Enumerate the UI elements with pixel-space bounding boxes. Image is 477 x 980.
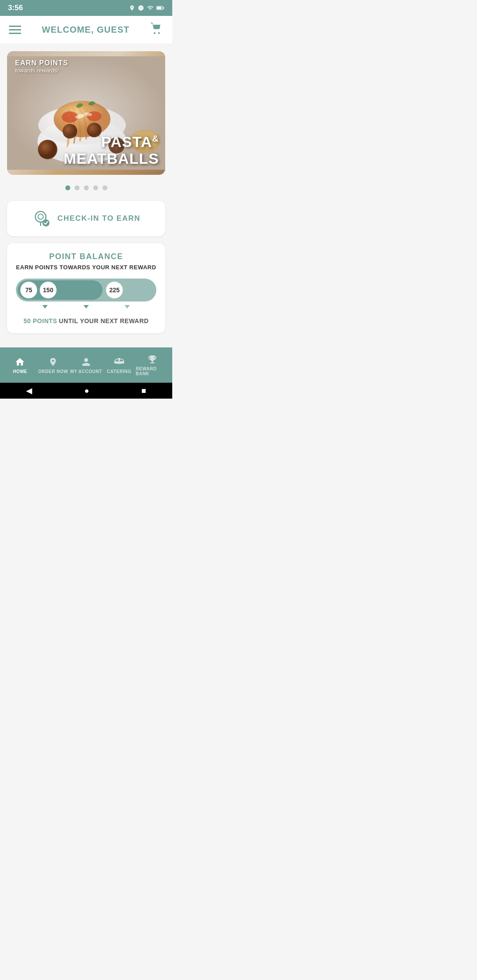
status-bar: 3:56 — [0, 0, 172, 16]
earn-main-text: EARN POINTS — [15, 59, 68, 67]
location-icon — [129, 5, 135, 11]
recents-button[interactable]: ■ — [141, 386, 146, 396]
nav-catering[interactable]: CATERING — [102, 353, 136, 377]
cart-button[interactable] — [150, 22, 163, 38]
milestone-75: 75 — [20, 282, 37, 298]
points-until-count: 50 POINTS — [23, 317, 57, 324]
svg-rect-2 — [157, 7, 162, 9]
svg-rect-28 — [115, 361, 124, 362]
product-title-line1: PASTA& — [64, 134, 159, 151]
product-name-text: PASTA& MEATBALLS — [64, 134, 159, 167]
menu-button[interactable] — [9, 26, 21, 34]
account-icon — [81, 357, 91, 367]
nav-home-label: HOME — [13, 369, 27, 374]
points-balance-subtitle: EARN POINTS TOWARDS YOUR NEXT REWARD — [16, 264, 156, 271]
nav-order-label: ORDER NOW — [38, 369, 68, 374]
promo-banner[interactable]: EARN POINTS towards rewards! PASTA& MEAT… — [7, 51, 165, 175]
nav-home[interactable]: HOME — [4, 353, 37, 377]
points-balance-title: POINT BALANCE — [16, 252, 156, 261]
indicator-225 — [125, 305, 130, 309]
minus-icon — [138, 5, 144, 11]
carousel-dot-3[interactable] — [84, 185, 89, 190]
main-content: EARN POINTS towards rewards! PASTA& MEAT… — [0, 44, 172, 347]
checkin-icon — [32, 209, 51, 228]
nav-account-label: MY ACCOUNT — [70, 369, 102, 374]
progress-bar: 75 150 225 — [16, 279, 156, 302]
checkin-card[interactable]: CHECK-IN TO EARN — [7, 201, 165, 236]
wifi-icon — [147, 5, 154, 11]
milestone-150: 150 — [40, 282, 57, 298]
app-header: WELCOME, GUEST — [0, 16, 172, 44]
points-until-label: UNTIL YOUR NEXT REWARD — [59, 317, 148, 324]
catering-icon — [114, 357, 125, 367]
back-button[interactable]: ◀ — [26, 386, 32, 396]
earn-points-text: EARN POINTS towards rewards! — [15, 59, 68, 74]
svg-point-12 — [39, 140, 57, 158]
nav-catering-label: CATERING — [107, 369, 131, 374]
checkin-icon-wrap — [32, 209, 51, 228]
battery-icon — [156, 5, 164, 11]
svg-rect-29 — [114, 362, 125, 363]
nav-rewards-label: REWARD BANK — [136, 366, 169, 376]
indicator-75 — [42, 305, 48, 309]
points-card: POINT BALANCE EARN POINTS TOWARDS YOUR N… — [7, 243, 165, 333]
svg-point-8 — [54, 101, 111, 137]
progress-fill: 75 150 — [18, 280, 102, 300]
svg-rect-30 — [118, 358, 120, 361]
trophy-icon — [147, 354, 158, 365]
banner-image: EARN POINTS towards rewards! PASTA& MEAT… — [7, 51, 165, 175]
system-nav: ◀ ● ■ — [0, 383, 172, 399]
status-time: 3:56 — [8, 4, 23, 12]
status-icons — [129, 5, 164, 11]
home-button[interactable]: ● — [84, 386, 89, 396]
next-reward-text: 50 POINTS UNTIL YOUR NEXT REWARD — [16, 317, 156, 324]
page-title: WELCOME, GUEST — [42, 25, 129, 35]
svg-point-24 — [38, 214, 43, 219]
bottom-nav: HOME ORDER NOW MY ACCOUNT CATERING REWAR… — [0, 347, 172, 383]
carousel-dot-4[interactable] — [93, 185, 98, 190]
product-title-line2: MEATBALLS — [64, 151, 159, 167]
svg-point-3 — [154, 32, 155, 34]
home-icon — [15, 357, 25, 367]
milestone-225: 225 — [106, 282, 123, 298]
svg-rect-1 — [163, 7, 164, 9]
carousel-dot-1[interactable] — [65, 185, 70, 190]
nav-rewards[interactable]: REWARD BANK — [136, 351, 169, 380]
earn-sub-text: towards rewards! — [15, 67, 68, 74]
svg-point-26 — [42, 219, 49, 226]
carousel-dot-2[interactable] — [75, 185, 80, 190]
nav-order[interactable]: ORDER NOW — [37, 353, 70, 377]
svg-point-4 — [158, 32, 160, 34]
nav-account[interactable]: MY ACCOUNT — [70, 353, 103, 377]
progress-section: 75 150 225 — [16, 279, 156, 309]
checkin-label: CHECK-IN TO EARN — [57, 214, 140, 223]
carousel-dots — [7, 182, 165, 194]
order-icon — [48, 357, 58, 367]
indicator-150 — [83, 305, 89, 309]
milestone-indicators — [16, 305, 156, 309]
carousel-dot-5[interactable] — [102, 185, 107, 190]
